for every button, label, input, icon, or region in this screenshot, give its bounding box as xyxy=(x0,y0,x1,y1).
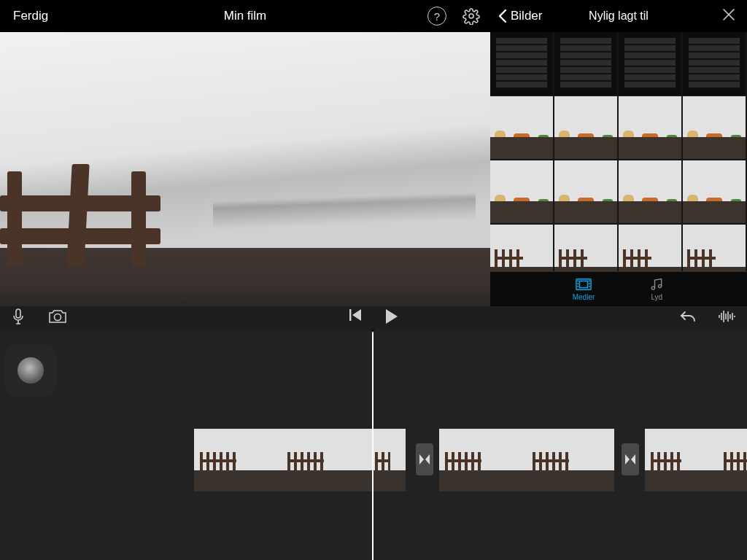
help-icon[interactable]: ? xyxy=(427,7,446,26)
timeline[interactable] xyxy=(0,330,747,560)
waveform-icon[interactable] xyxy=(718,310,735,326)
back-label: Bilder xyxy=(511,9,542,23)
skip-back-icon[interactable] xyxy=(349,309,363,327)
media-thumbnail[interactable] xyxy=(619,32,681,95)
svg-rect-9 xyxy=(589,283,590,284)
media-thumbnail[interactable] xyxy=(554,96,617,159)
tab-media[interactable]: Medier xyxy=(573,277,595,301)
timeline-clip[interactable] xyxy=(439,429,614,491)
media-thumbnail[interactable] xyxy=(490,96,553,159)
project-title: Min film xyxy=(0,9,490,23)
media-thumbnail[interactable] xyxy=(490,160,553,223)
top-bar: Ferdig Min film ? Bilder Nylig lagt til xyxy=(0,0,747,32)
media-browser-header: Bilder Nylig lagt til xyxy=(490,0,747,32)
media-thumbnail[interactable] xyxy=(619,96,681,159)
media-thumbnail[interactable] xyxy=(619,225,681,271)
media-thumbnail[interactable] xyxy=(490,225,553,271)
svg-marker-17 xyxy=(386,309,398,324)
media-thumbnail[interactable] xyxy=(554,160,617,223)
undo-icon[interactable] xyxy=(680,310,696,326)
media-thumbnail[interactable] xyxy=(619,160,681,223)
media-thumbnail[interactable] xyxy=(554,32,617,95)
svg-marker-29 xyxy=(631,454,635,464)
media-thumbnail[interactable] xyxy=(683,160,746,223)
filmstrip-icon xyxy=(576,277,592,292)
media-grid[interactable] xyxy=(490,32,747,271)
camera-icon[interactable] xyxy=(48,309,67,327)
playhead[interactable] xyxy=(372,330,374,560)
media-browser: Medier Lyd xyxy=(490,32,747,306)
media-thumbnail[interactable] xyxy=(554,225,617,271)
media-thumbnail[interactable] xyxy=(490,32,553,95)
media-tabs: Medier Lyd xyxy=(490,271,747,306)
timeline-clip[interactable] xyxy=(645,429,747,491)
svg-point-14 xyxy=(55,314,61,321)
svg-marker-26 xyxy=(419,454,424,464)
timeline-clip[interactable] xyxy=(194,429,406,491)
music-icon xyxy=(649,277,665,292)
close-icon[interactable] xyxy=(722,8,735,24)
svg-rect-4 xyxy=(579,281,587,287)
svg-marker-16 xyxy=(352,309,361,321)
svg-point-12 xyxy=(659,284,662,287)
tab-media-label: Medier xyxy=(573,293,595,301)
playback-toolbar xyxy=(0,306,747,330)
svg-rect-15 xyxy=(349,309,351,321)
editor-header: Ferdig Min film ? xyxy=(0,0,490,32)
microphone-icon[interactable] xyxy=(12,308,25,327)
preview-viewer[interactable] xyxy=(0,32,490,306)
svg-marker-28 xyxy=(625,454,630,464)
assistive-touch[interactable] xyxy=(4,344,57,397)
done-button[interactable]: Ferdig xyxy=(0,9,61,23)
back-button[interactable]: Bilder xyxy=(490,9,546,23)
gear-icon[interactable] xyxy=(462,7,480,25)
play-icon[interactable] xyxy=(384,309,398,327)
media-thumbnail[interactable] xyxy=(683,225,746,271)
transition-button[interactable] xyxy=(622,443,639,475)
svg-rect-5 xyxy=(577,281,578,282)
media-thumbnail[interactable] xyxy=(683,96,746,159)
svg-point-11 xyxy=(652,287,655,289)
tab-audio-label: Lyd xyxy=(651,293,662,301)
svg-marker-27 xyxy=(425,454,430,464)
svg-rect-7 xyxy=(577,286,578,287)
svg-rect-10 xyxy=(589,286,590,287)
svg-rect-13 xyxy=(16,309,20,318)
svg-rect-8 xyxy=(589,281,590,282)
svg-rect-6 xyxy=(577,283,578,284)
media-thumbnail[interactable] xyxy=(683,32,746,95)
svg-point-0 xyxy=(469,14,473,18)
transition-button[interactable] xyxy=(416,443,433,475)
tab-audio[interactable]: Lyd xyxy=(649,277,665,301)
